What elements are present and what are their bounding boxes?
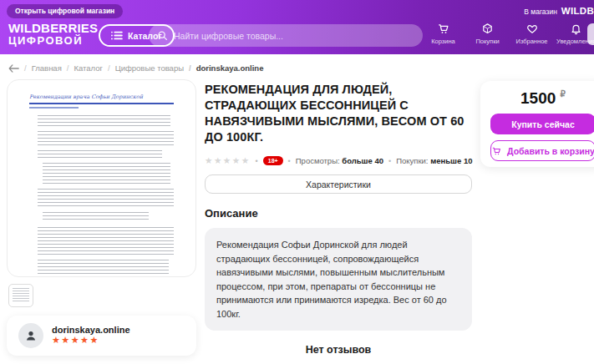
add-to-cart-button[interactable]: Добавить в корзину — [490, 140, 594, 161]
to-store-label: В магазин — [524, 8, 557, 16]
price-value: 1500 — [520, 89, 556, 107]
description-text: Рекомендация Софьи Доринской для людей с… — [205, 228, 472, 331]
seller-name: dorinskaya.online — [52, 325, 130, 335]
nav-purchases[interactable]: Покупки — [467, 23, 508, 45]
document-text-lines — [38, 131, 174, 146]
nav-favorites-label: Избранное — [515, 38, 547, 45]
back-arrow-icon[interactable] — [8, 64, 19, 73]
product-title: РЕКОМЕНДАЦИЯ ДЛЯ ЛЮДЕЙ, СТРАДАЮЩИХ БЕССО… — [205, 82, 472, 144]
price-currency: ₽ — [561, 89, 566, 99]
add-to-cart-label: Добавить в корзину — [507, 146, 594, 156]
document-title-rule — [29, 103, 174, 104]
seller-card[interactable]: dorinskaya.online ★★★★★ — [7, 316, 196, 356]
logo-line2: ЦИФРОВОЙ — [8, 35, 98, 47]
list-icon — [111, 31, 123, 40]
breadcrumb-home[interactable]: Главная — [24, 63, 62, 73]
nav-cart[interactable]: Корзина — [423, 23, 464, 45]
document-text-lines — [38, 260, 169, 275]
product-rating-stars: ★★★★★ — [205, 155, 251, 165]
page: Открыть цифровой магазин В магазин WILDB… — [0, 0, 594, 364]
price: 1500 ₽ — [490, 89, 594, 108]
document-title: Рекомендации врача Софьи Доринской — [29, 94, 174, 100]
product-image-preview[interactable]: Рекомендации врача Софьи Доринской — [7, 79, 196, 277]
document-text-lines — [38, 189, 174, 207]
breadcrumb: Главная Каталог Цифровые товары dorinska… — [8, 63, 263, 73]
age-restriction-badge: 18+ — [263, 156, 283, 165]
no-reviews-text: Нет отзывов — [205, 344, 472, 356]
header-nav: Корзина Покупки Избранное — [423, 23, 594, 45]
document-text-lines — [38, 115, 170, 127]
to-store-link[interactable]: В магазин WILDBE — [524, 6, 594, 16]
search-bar — [149, 24, 423, 47]
thumbnail-text-lines — [13, 288, 29, 303]
purchases-label: Покупки: — [396, 156, 428, 165]
profile-button-partial[interactable] — [587, 23, 594, 45]
purchase-card: 1500 ₽ Купить сейчас Добавить в корзину — [480, 81, 594, 167]
description-heading: Описание — [205, 207, 472, 220]
logo-line1: WILDBERRIES — [8, 22, 98, 35]
bell-icon — [570, 23, 582, 35]
wildberries-logo-fragment: WILDBE — [561, 6, 594, 16]
document-text-lines — [43, 212, 149, 222]
breadcrumb-catalog[interactable]: Каталог — [67, 63, 103, 73]
heart-icon — [525, 23, 539, 35]
views-label: Просмотры: — [296, 156, 340, 165]
seller-rating-stars: ★★★★★ — [52, 335, 130, 346]
package-icon — [481, 23, 494, 35]
product-main: РЕКОМЕНДАЦИЯ ДЛЯ ЛЮДЕЙ, СТРАДАЮЩИХ БЕССО… — [205, 82, 472, 356]
header: Открыть цифровой магазин В магазин WILDB… — [0, 0, 594, 54]
views-stat: Просмотры: больше 40 — [296, 156, 383, 165]
meta-separator — [256, 156, 258, 165]
search-icon — [157, 30, 168, 41]
cart-icon — [437, 23, 450, 35]
image-thumbnail[interactable] — [8, 284, 33, 307]
breadcrumb-current: dorinskaya.online — [189, 63, 263, 73]
document-text-lines — [43, 163, 170, 185]
product-meta-row: ★★★★★ 18+ Просмотры: больше 40 Покупки: … — [205, 155, 472, 165]
purchases-value: меньше 10 — [430, 156, 472, 165]
wildberries-digital-logo[interactable]: WILDBERRIES ЦИФРОВОЙ — [8, 22, 98, 46]
nav-cart-label: Корзина — [431, 38, 455, 45]
search-input[interactable] — [174, 31, 414, 41]
views-value: больше 40 — [342, 156, 383, 165]
document-text-lines — [38, 227, 174, 255]
buy-now-button[interactable]: Купить сейчас — [490, 114, 594, 134]
person-icon — [23, 328, 38, 343]
characteristics-button[interactable]: Характеристики — [205, 174, 472, 194]
breadcrumb-digital-goods[interactable]: Цифровые товары — [108, 63, 184, 73]
seller-avatar — [18, 323, 43, 348]
open-digital-shop-button[interactable]: Открыть цифровой магазин — [7, 4, 123, 18]
document-text-lines — [38, 150, 162, 159]
meta-separator — [388, 156, 391, 165]
purchases-stat: Покупки: меньше 10 — [396, 156, 472, 165]
document-subtitle-line — [29, 107, 79, 109]
nav-purchases-label: Покупки — [475, 38, 499, 45]
seller-info: dorinskaya.online ★★★★★ — [52, 325, 130, 346]
cart-outline-icon — [491, 146, 502, 156]
nav-favorites[interactable]: Избранное — [511, 23, 552, 45]
meta-separator — [288, 156, 291, 165]
